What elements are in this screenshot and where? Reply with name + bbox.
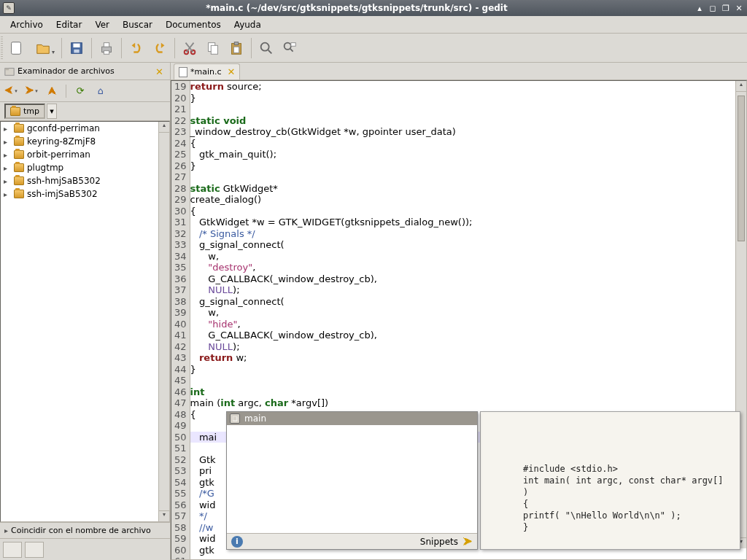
status-box-1[interactable] [3, 542, 22, 558]
snippet-icon: ❏ [230, 413, 240, 424]
new-button[interactable] [5, 37, 27, 59]
autocomplete-popup[interactable]: ❏ main i Snippets ⮞ [226, 411, 478, 550]
nav-up-button[interactable]: ⮝ [45, 85, 58, 98]
nav-separator [66, 85, 66, 98]
menu-buscar[interactable]: Buscar [117, 18, 158, 31]
undo-button[interactable] [125, 37, 147, 59]
window-restore-button[interactable]: ❐ [721, 3, 731, 13]
file-tree[interactable]: ▸gconfd-perriman▸keyring-8ZmjF8▸orbit-pe… [0, 121, 170, 522]
document-icon [179, 67, 187, 77]
menu-editar[interactable]: Editar [50, 18, 88, 31]
open-button[interactable] [28, 37, 58, 59]
svg-rect-12 [234, 42, 239, 44]
info-icon[interactable]: i [231, 536, 243, 548]
window-titlebar: ✎ *main.c (~/dev/src/gtksnippets/gtksnip… [0, 0, 747, 16]
svg-rect-5 [104, 42, 109, 47]
print-button[interactable] [96, 37, 117, 59]
window-maximize-button[interactable]: ◻ [708, 3, 718, 13]
file-browser-icon [4, 66, 15, 77]
nav-back-button[interactable]: ⮜▾ [4, 85, 18, 98]
svg-rect-18 [5, 68, 9, 70]
svg-rect-0 [12, 42, 21, 54]
tab-close-icon[interactable]: ✕ [228, 66, 236, 77]
toolbar-separator [121, 38, 122, 58]
side-panel-status [0, 538, 170, 560]
menu-documentos[interactable]: Documentos [160, 18, 227, 31]
next-provider-icon[interactable]: ⮞ [462, 536, 473, 548]
toolbar-separator [251, 38, 252, 58]
panel-close-icon[interactable]: ✕ [155, 66, 166, 77]
window-close-button[interactable]: ✕ [734, 3, 744, 13]
cut-button[interactable] [179, 37, 201, 59]
replace-button[interactable] [279, 37, 301, 59]
menu-ver[interactable]: Ver [89, 18, 115, 31]
svg-rect-6 [104, 50, 109, 54]
toolbar [0, 34, 747, 63]
nav-forward-button[interactable]: ⮞▾ [25, 85, 38, 98]
tree-item[interactable]: ▸plugtmp [1, 161, 158, 174]
toolbar-separator [174, 38, 175, 58]
copy-button[interactable] [202, 37, 224, 59]
side-panel-title: Examinador de archivos [18, 66, 152, 76]
paste-button[interactable] [225, 37, 247, 59]
svg-rect-13 [233, 47, 239, 52]
expand-icon: ▸ [4, 526, 8, 534]
toolbar-separator [61, 38, 62, 58]
window-minimize-button[interactable]: ▴ [694, 3, 705, 13]
side-panel: Examinador de archivos ✕ ⮜▾ ⮞▾ ⮝ ⟳ ⌂ tmp… [0, 63, 171, 560]
autocomplete-preview: #include <stdio.h>int main( int argc, co… [480, 411, 740, 550]
svg-point-14 [261, 42, 269, 50]
nav-home-button[interactable]: ⌂ [94, 85, 107, 98]
path-segment-tmp[interactable]: tmp [4, 104, 45, 119]
svg-rect-3 [74, 49, 79, 52]
svg-point-15 [285, 42, 291, 49]
folder-icon [10, 107, 20, 116]
app-icon: ✎ [3, 2, 15, 14]
menu-ayuda[interactable]: Ayuda [228, 18, 267, 31]
line-number-gutter: 1920212223242526272829303132333435363738… [171, 81, 190, 559]
status-box-2[interactable] [25, 542, 44, 558]
side-panel-header: Examinador de archivos ✕ [0, 63, 170, 80]
menu-archivo[interactable]: Archivo [4, 18, 49, 31]
window-title: *main.c (~/dev/src/gtksnippets/gtksnippe… [19, 3, 694, 13]
autocomplete-item[interactable]: ❏ main [227, 412, 477, 425]
tree-item[interactable]: ▸ssh-imjSaB5302 [1, 187, 158, 201]
tree-item[interactable]: ▸orbit-perriman [1, 148, 158, 161]
save-button[interactable] [66, 37, 88, 59]
menubar: Archivo Editar Ver Buscar Documentos Ayu… [0, 16, 747, 34]
find-button[interactable] [255, 37, 277, 59]
path-bar: tmp ▾ [0, 102, 170, 121]
toolbar-separator [91, 38, 92, 58]
tab-main-c[interactable]: *main.c ✕ [174, 63, 240, 79]
nav-refresh-button[interactable]: ⟳ [74, 85, 87, 98]
tree-scrollbar[interactable] [158, 122, 169, 521]
tree-item[interactable]: ▸gconfd-perriman [1, 122, 158, 135]
document-tabs: *main.c ✕ [171, 63, 747, 80]
svg-rect-2 [73, 43, 80, 47]
redo-button[interactable] [149, 37, 171, 59]
svg-rect-16 [291, 42, 295, 46]
filter-row[interactable]: ▸ Coincidir con el nombre de archivo [0, 522, 170, 538]
file-browser-nav: ⮜▾ ⮞▾ ⮝ ⟳ ⌂ [0, 80, 170, 102]
tree-item[interactable]: ▸keyring-8ZmjF8 [1, 135, 158, 148]
autocomplete-status: i Snippets ⮞ [227, 533, 477, 549]
path-dropdown[interactable]: ▾ [47, 104, 57, 119]
svg-rect-10 [211, 45, 217, 54]
tree-item[interactable]: ▸ssh-hmjSaB5302 [1, 174, 158, 187]
